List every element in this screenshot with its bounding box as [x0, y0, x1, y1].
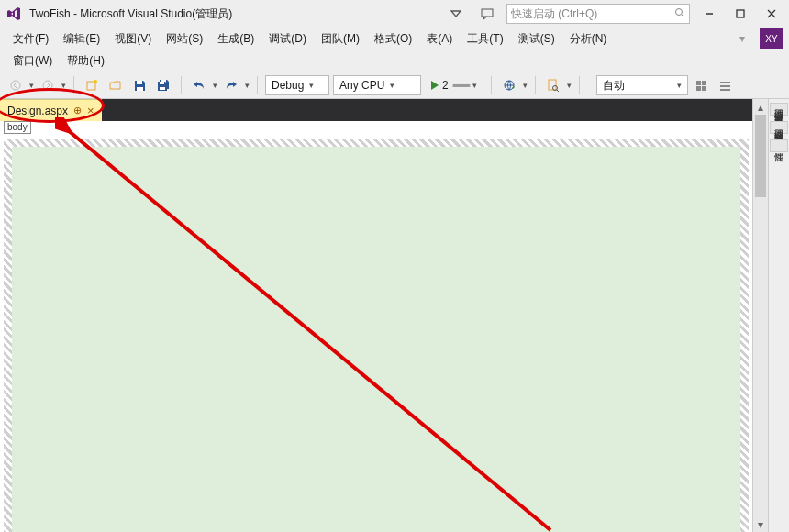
svg-rect-4 — [737, 10, 744, 17]
menu-debug[interactable]: 调试(D) — [261, 29, 314, 49]
find-dropdown[interactable]: ▾ — [567, 81, 572, 90]
menu-format[interactable]: 格式(O) — [367, 29, 419, 49]
svg-rect-0 — [482, 9, 493, 17]
design-surface[interactable] — [0, 135, 752, 532]
save-button[interactable] — [129, 75, 150, 95]
close-button[interactable] — [760, 4, 783, 24]
menu-test[interactable]: 测试(S) — [511, 29, 562, 49]
svg-rect-23 — [702, 86, 706, 91]
svg-point-1 — [676, 8, 683, 15]
svg-line-19 — [557, 90, 559, 92]
table-cell[interactable] — [15, 225, 304, 399]
svg-rect-15 — [160, 87, 165, 90]
svg-rect-21 — [702, 81, 706, 85]
toolbar: ▾ ▾ ▾ ▾ Debug ▾ Any CPU ▾ 2 ▪▪▪▪▪▪▪▪ ▾ ▾… — [0, 72, 789, 99]
tab-label: Design.aspx — [7, 105, 68, 117]
solution-config-value: Debug — [272, 79, 304, 92]
user-badge[interactable]: XY — [760, 28, 783, 49]
save-all-button[interactable] — [153, 75, 173, 95]
vertical-scrollbar[interactable]: ▴ ▾ — [752, 99, 768, 532]
toggle-list-button[interactable] — [716, 75, 736, 95]
menu-view[interactable]: 视图(V) — [107, 29, 159, 49]
run-target-more: ▪▪▪▪▪▪▪▪ — [452, 79, 469, 92]
workspace: Design.aspx ⊕ × body ▴ ▾ — [0, 99, 789, 532]
menu-file[interactable]: 文件(F) — [6, 29, 56, 49]
quick-launch-input[interactable]: 快速启动 (Ctrl+Q) — [506, 4, 690, 24]
tab-pin-icon[interactable]: ⊕ — [73, 105, 82, 116]
tab-close-icon[interactable]: × — [87, 104, 94, 117]
menu-edit[interactable]: 编辑(E) — [56, 29, 107, 49]
menu-window[interactable]: 窗口(W) — [6, 51, 60, 71]
menu-team[interactable]: 团队(M) — [314, 29, 367, 49]
scroll-thumb[interactable] — [755, 115, 766, 197]
scroll-down-icon[interactable]: ▾ — [753, 516, 768, 532]
tab-design-aspx[interactable]: Design.aspx ⊕ × — [0, 99, 102, 121]
mode-select-value: 自动 — [603, 78, 625, 94]
svg-point-8 — [43, 81, 52, 90]
panel-team-explorer[interactable]: 团队资源管理器 — [770, 121, 788, 134]
undo-button[interactable] — [189, 75, 209, 95]
svg-rect-24 — [720, 82, 730, 83]
start-debug-button[interactable]: 2 ▪▪▪▪▪▪▪▪ ▾ — [425, 75, 483, 95]
nav-forward-button[interactable] — [38, 75, 58, 95]
document-well: Design.aspx ⊕ × body — [0, 99, 752, 532]
svg-point-10 — [94, 80, 97, 83]
nav-back-dropdown[interactable]: ▾ — [29, 81, 34, 90]
menu-bar-row2: 窗口(W) 帮助(H) — [0, 50, 789, 72]
undo-dropdown[interactable]: ▾ — [213, 81, 217, 90]
svg-rect-11 — [137, 81, 142, 84]
browser-link-dropdown[interactable]: ▾ — [523, 81, 528, 90]
new-project-button[interactable] — [82, 75, 102, 95]
window-title: TwoFish - Microsoft Visual Studio(管理员) — [29, 6, 232, 22]
nav-forward-dropdown[interactable]: ▾ — [61, 81, 66, 90]
table-cell[interactable] — [304, 399, 738, 532]
toggle-grid-button[interactable] — [692, 75, 712, 95]
tab-strip: Design.aspx ⊕ × — [0, 99, 752, 121]
svg-rect-26 — [720, 89, 730, 91]
menu-website[interactable]: 网站(S) — [159, 29, 210, 49]
solution-platform-value: Any CPU — [339, 79, 384, 92]
nav-back-button[interactable] — [6, 75, 26, 95]
table-cell[interactable] — [304, 225, 738, 399]
notifications-icon[interactable] — [444, 4, 468, 24]
open-file-button[interactable] — [106, 75, 126, 95]
table-cell[interactable] — [15, 150, 738, 225]
scroll-up-icon[interactable]: ▴ — [753, 99, 768, 115]
redo-dropdown[interactable]: ▾ — [245, 81, 250, 90]
svg-rect-12 — [137, 87, 143, 91]
titlebar: TwoFish - Microsoft Visual Studio(管理员) 快… — [0, 0, 789, 28]
layout-table[interactable] — [4, 139, 749, 532]
browser-link-button[interactable] — [499, 75, 519, 95]
search-icon — [674, 7, 685, 21]
mode-select[interactable]: 自动 ▾ — [596, 75, 688, 95]
svg-rect-22 — [696, 86, 701, 91]
visual-studio-logo-icon — [6, 6, 22, 22]
menu-build[interactable]: 生成(B) — [210, 29, 261, 49]
menu-bar: 文件(F) 编辑(E) 视图(V) 网站(S) 生成(B) 调试(D) 团队(M… — [0, 28, 789, 50]
scroll-track[interactable] — [753, 115, 768, 516]
chevron-down-icon: ▾ — [390, 81, 394, 90]
redo-button[interactable] — [221, 75, 241, 95]
quick-launch-placeholder: 快速启动 (Ctrl+Q) — [511, 6, 597, 22]
table-cell[interactable] — [15, 399, 304, 532]
svg-rect-20 — [696, 81, 701, 85]
collapsed-panels: 解决方案资源管理器 团队资源管理器 属性 — [768, 99, 789, 532]
minimize-button[interactable] — [697, 4, 721, 24]
panel-properties[interactable]: 属性 — [770, 139, 788, 152]
find-in-files-button[interactable] — [543, 75, 563, 95]
menu-analyze[interactable]: 分析(N) — [562, 29, 615, 49]
menu-tools[interactable]: 工具(T) — [460, 29, 510, 49]
menu-help[interactable]: 帮助(H) — [60, 51, 112, 71]
chevron-down-icon: ▾ — [677, 81, 682, 90]
account-menu-icon[interactable]: ▾ — [730, 28, 754, 49]
panel-solution-explorer[interactable]: 解决方案资源管理器 — [770, 103, 788, 116]
maximize-button[interactable] — [728, 4, 752, 24]
breadcrumb-body[interactable]: body — [4, 121, 31, 134]
feedback-icon[interactable] — [475, 4, 499, 24]
solution-config-select[interactable]: Debug ▾ — [265, 75, 329, 95]
run-target-label: 2 — [442, 79, 449, 92]
play-icon — [431, 81, 439, 90]
solution-platform-select[interactable]: Any CPU ▾ — [333, 75, 421, 95]
menu-table[interactable]: 表(A) — [419, 29, 460, 49]
svg-rect-25 — [720, 85, 730, 87]
